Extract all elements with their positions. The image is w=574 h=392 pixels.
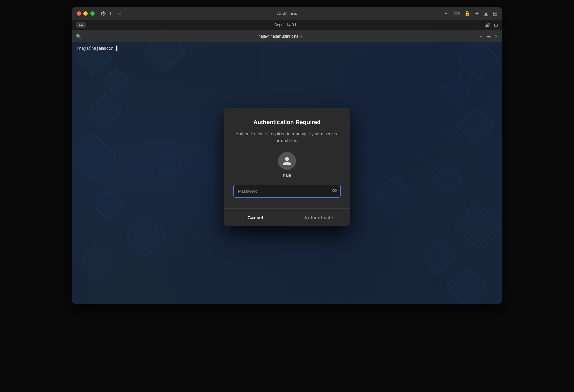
network-icon[interactable]: ⊕ bbox=[475, 11, 479, 16]
user-avatar-icon bbox=[282, 156, 292, 166]
mac-window: ⏻ ⏸ ◁ ArchLinux ✦ ⌨ 🔒 ⊕ ▣ ▤ ●● Sep 1 14:… bbox=[72, 7, 502, 304]
authenticate-button[interactable]: Authenticate bbox=[287, 209, 351, 226]
user-avatar-container: naja bbox=[233, 152, 341, 178]
power-system-icon[interactable]: ⏻ bbox=[494, 23, 498, 28]
username-label: naja bbox=[283, 173, 291, 178]
titlebar-left-icons: ⏻ ⏸ ◁ bbox=[101, 11, 121, 16]
system-bar-left: ●● bbox=[76, 22, 86, 28]
system-bar: ●● Sep 1 14:31 🔊 ⏻ bbox=[72, 20, 502, 30]
lock-icon[interactable]: 🔒 bbox=[464, 11, 470, 16]
auth-dialog-body: Authentication Required Authentication i… bbox=[224, 108, 350, 208]
auth-dialog-title: Authentication Required bbox=[233, 119, 341, 126]
menu-icon[interactable]: ▤ bbox=[493, 11, 497, 16]
window-title: ArchLinux bbox=[277, 11, 297, 16]
avatar bbox=[278, 152, 296, 170]
auth-dialog: Authentication Required Authentication i… bbox=[224, 108, 350, 226]
display-icon[interactable]: ▣ bbox=[484, 11, 488, 16]
volume-icon[interactable]: 🔊 bbox=[485, 23, 490, 28]
back-icon[interactable]: ◁ bbox=[117, 11, 121, 16]
titlebar: ⏻ ⏸ ◁ ArchLinux ✦ ⌨ 🔒 ⊕ ▣ ▤ bbox=[72, 7, 502, 20]
dialog-overlay: Authentication Required Authentication i… bbox=[72, 30, 502, 304]
cancel-button[interactable]: Cancel bbox=[224, 209, 287, 226]
workspace-tag[interactable]: ●● bbox=[76, 22, 86, 28]
titlebar-right-icons: ✦ ⌨ 🔒 ⊕ ▣ ▤ bbox=[444, 11, 497, 16]
traffic-lights bbox=[77, 11, 95, 16]
power-icon[interactable]: ⏻ bbox=[101, 11, 106, 16]
close-button[interactable] bbox=[77, 11, 81, 16]
keyboard-icon[interactable]: ⌨ bbox=[453, 11, 460, 16]
auth-dialog-description: Authentication is required to manage sys… bbox=[233, 131, 341, 144]
system-bar-right: 🔊 ⏻ bbox=[485, 23, 498, 28]
password-input[interactable] bbox=[233, 185, 341, 198]
maximize-button[interactable] bbox=[90, 11, 95, 16]
password-field-wrapper bbox=[233, 185, 341, 198]
datetime-display: Sep 1 14:31 bbox=[86, 23, 485, 27]
minimize-button[interactable] bbox=[83, 11, 88, 16]
brightness-icon[interactable]: ✦ bbox=[444, 11, 448, 16]
pause-icon[interactable]: ⏸ bbox=[109, 11, 114, 16]
toggle-password-button[interactable] bbox=[332, 188, 337, 194]
desktop: 🔍 naja@najamudinridha:~ ＋ ☰ ✕ [naja@naja… bbox=[72, 30, 502, 304]
auth-dialog-footer: Cancel Authenticate bbox=[224, 208, 350, 226]
